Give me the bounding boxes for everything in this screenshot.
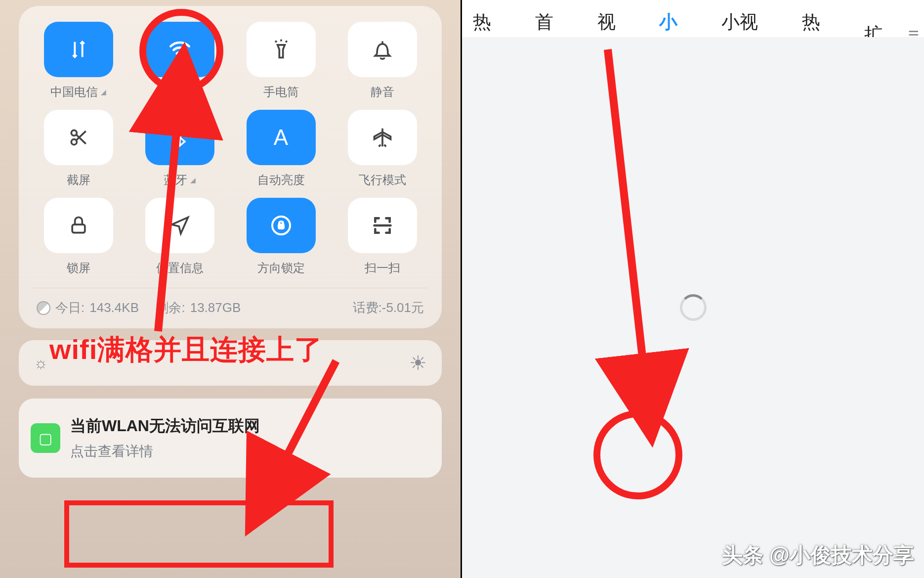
sun-small-icon: ☼ [34,354,48,372]
lock-icon [68,215,89,236]
notification-subtitle: 点击查看详情 [70,442,260,461]
cellular-icon [67,38,90,61]
svg-point-2 [71,139,77,145]
brightness-icon: A [274,125,288,150]
toggle-label: 方向锁定 [257,260,305,276]
toggle-label: 静音 [371,84,394,100]
fee-label: 话费: [353,300,382,315]
scissors-icon [68,127,89,148]
location-icon [169,215,191,236]
remaining-value: 13.87GB [190,300,241,315]
scan-icon [372,215,393,236]
toggle-label: 中国电信 [50,84,106,100]
toggle-mute[interactable]: 静音 [336,22,428,100]
toggle-label: 扫一扫 [365,260,400,276]
loading-spinner-icon [680,294,707,321]
toggle-bluetooth[interactable]: 蓝牙 [134,110,225,188]
wifi-icon [168,37,192,62]
svg-point-0 [178,55,181,58]
globe-icon [37,301,50,315]
fee-value: -5.01元 [382,300,424,315]
toggle-airplane[interactable]: 飞行模式 [336,110,428,188]
toggle-label: 手电筒 [263,84,299,100]
toggle-auto-brightness[interactable]: A 自动亮度 [235,110,327,188]
toggle-grid: 中国电信 zjj1 手电筒 静音 [33,22,428,276]
annotation-rect-notification [64,500,334,568]
svg-rect-5 [279,224,284,228]
notification-title: 当前WLAN无法访问互联网 [70,415,260,437]
android-icon: ▢ [31,423,60,453]
control-center-panel: 中国电信 zjj1 手电筒 静音 [0,0,462,578]
toggle-label: zjj1 [167,84,193,98]
remaining-label: 剩余: [156,299,185,316]
browser-panel: 热点 首页 视频 小说 小视频 热榜 扩 ≡ 头条 @小俊技术分享 [462,0,924,578]
bell-icon [372,39,393,60]
toggle-lock[interactable]: 锁屏 [33,198,124,276]
toggle-wifi[interactable]: zjj1 [134,22,225,100]
toggle-label: 位置信息 [156,260,204,276]
svg-rect-3 [72,224,85,233]
toggle-label: 飞行模式 [359,172,406,188]
toggle-screenshot[interactable]: 截屏 [33,110,124,188]
toggle-cellular[interactable]: 中国电信 [33,22,124,100]
toggle-scan[interactable]: 扫一扫 [336,198,428,276]
data-usage-row[interactable]: 今日:143.4KB 剩余:13.87GB 话费:-5.01元 [33,288,428,318]
toggle-rotation-lock[interactable]: 方向锁定 [235,198,327,276]
sun-large-icon: ☀ [409,352,427,374]
bluetooth-icon [170,128,190,147]
toggle-location[interactable]: 位置信息 [134,198,225,276]
rotation-lock-icon [269,214,293,237]
airplane-icon [372,127,393,148]
svg-point-1 [71,130,77,135]
quick-toggles-card: 中国电信 zjj1 手电筒 静音 [19,6,442,328]
today-value: 143.4KB [89,300,139,315]
annotation-text: wifi满格并且连接上了 [49,331,323,369]
toggle-label: 自动亮度 [257,172,305,188]
flashlight-icon [270,39,292,60]
watermark-text: 头条 @小俊技术分享 [722,541,914,569]
today-label: 今日: [55,299,84,316]
toggle-label: 锁屏 [67,260,90,276]
toggle-label: 蓝牙 [164,172,196,188]
wlan-warning-notification[interactable]: ▢ 当前WLAN无法访问互联网 点击查看详情 [19,399,442,478]
toggle-flashlight[interactable]: 手电筒 [235,22,327,100]
loading-area [462,37,924,578]
toggle-label: 截屏 [67,172,90,188]
